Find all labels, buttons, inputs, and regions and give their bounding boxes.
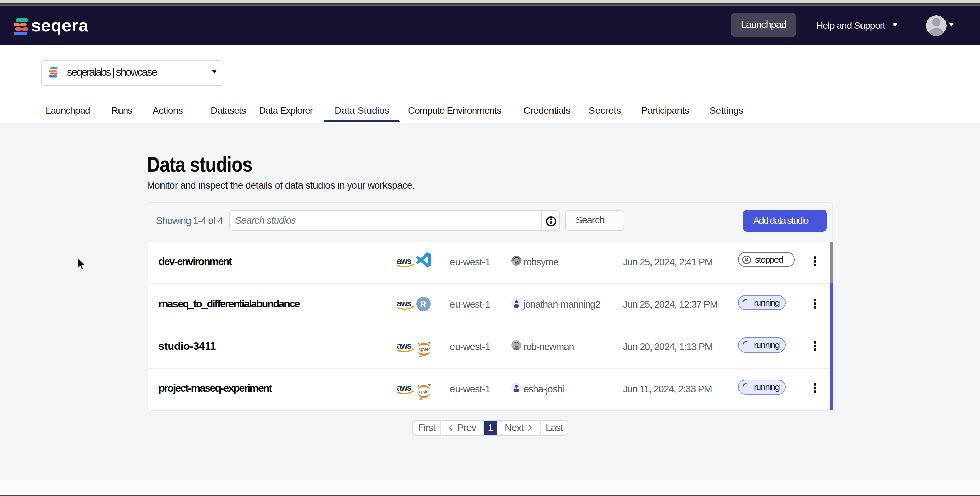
svg-text:jupyter: jupyter (418, 389, 430, 394)
svg-text:R: R (420, 298, 428, 309)
svg-text:aws: aws (397, 301, 412, 308)
svg-text:jupyter: jupyter (418, 347, 430, 352)
svg-text:aws: aws (397, 385, 412, 392)
svg-text:aws: aws (397, 258, 412, 266)
svg-text:aws: aws (397, 343, 412, 351)
